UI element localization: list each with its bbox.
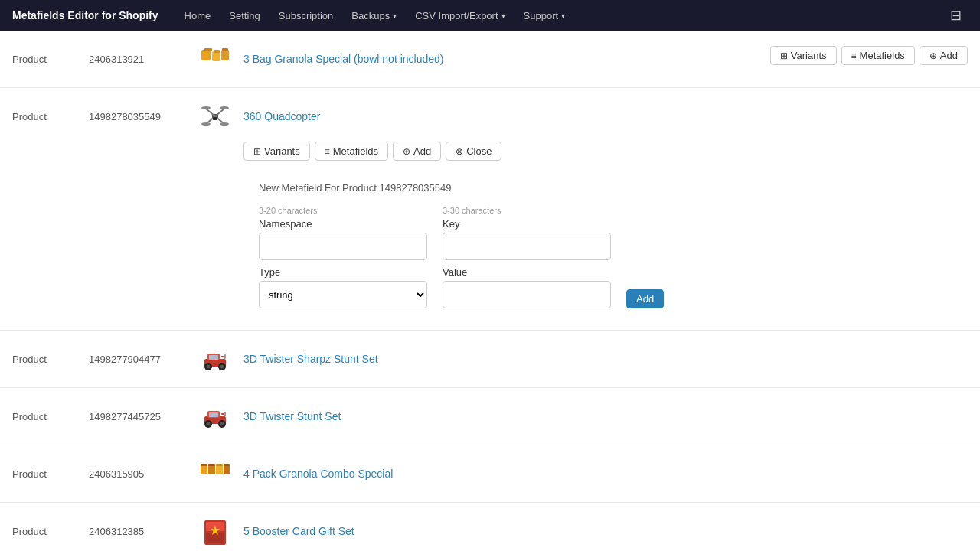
metafields-button-2[interactable]: ≡ Metafields	[315, 142, 388, 161]
collapse-button[interactable]: ⊟	[944, 4, 968, 27]
svg-rect-4	[221, 50, 229, 60]
product-id-4: 1498277445725	[89, 411, 196, 422]
key-group: 3-30 characters Key	[443, 206, 611, 260]
nav-subscription[interactable]: Subscription	[271, 5, 341, 26]
svg-point-11	[201, 106, 211, 109]
product-id-2: 1498278035549	[89, 111, 196, 122]
product-type-label-3: Product	[12, 354, 89, 365]
main-nav: Home Setting Subscription Backups ▾ CSV …	[177, 5, 926, 26]
svg-rect-5	[222, 48, 228, 51]
svg-rect-1	[204, 48, 212, 51]
product-id-3: 1498277904477	[89, 354, 196, 365]
variants-icon: ⊞	[780, 51, 788, 61]
form-add-button[interactable]: Add	[626, 289, 664, 308]
product-image-6	[196, 512, 234, 550]
product-image-3	[196, 340, 234, 378]
namespace-label: Namespace	[259, 218, 427, 230]
product-id-6: 2406312385	[89, 526, 196, 537]
product-row-main: Product 2406313921 3 Bag Granola Special…	[12, 40, 539, 78]
nav-backups[interactable]: Backups ▾	[344, 5, 404, 26]
product-name-link-5[interactable]: 4 Pack Granola Combo Special	[243, 468, 393, 480]
svg-point-31	[220, 422, 224, 426]
svg-point-22	[220, 365, 224, 369]
product-name-link[interactable]: 3 Bag Granola Special (bowl not included…	[243, 53, 444, 65]
product-row-4: Product 1498277445725 3D Twister Stunt S…	[0, 388, 980, 445]
value-label: Value	[443, 266, 611, 278]
product-row-expanded: Product 1498278035549	[0, 88, 980, 331]
nav-setting[interactable]: Setting	[221, 5, 267, 26]
key-hint: 3-30 characters	[443, 206, 611, 215]
product-name-link-4[interactable]: 3D Twister Stunt Set	[243, 410, 341, 422]
metafield-form-title: New Metafield For Product 1498278035549	[259, 182, 664, 194]
product-type-label-2: Product	[12, 111, 89, 122]
product-row-main-5: Product 2406315905 4 Pack Granola Combo …	[12, 455, 968, 493]
svg-point-12	[220, 106, 229, 109]
namespace-group: 3-20 characters Namespace	[259, 206, 427, 260]
nav-csv[interactable]: CSV Import/Export ▾	[407, 5, 512, 26]
product-row-5: Product 2406315905 4 Pack Granola Combo …	[0, 445, 980, 503]
metafield-form: New Metafield For Product 1498278035549 …	[243, 170, 679, 321]
key-input[interactable]	[443, 233, 611, 260]
product-actions-2: ⊞ Variants ≡ Metafields ⊕ Add ⊗ Close	[243, 142, 501, 161]
product-row-main-3: Product 1498277904477	[12, 340, 968, 378]
metafields-icon-2: ≡	[325, 146, 330, 157]
product-type-label: Product	[12, 54, 89, 65]
csv-dropdown-icon: ▾	[501, 11, 505, 20]
variants-button[interactable]: ⊞ Variants	[770, 46, 837, 65]
product-actions: ⊞ Variants ≡ Metafields ⊕ Add	[770, 46, 968, 65]
app-title: Metafields Editor for Shopify	[12, 9, 158, 21]
add-button[interactable]: ⊕ Add	[920, 46, 968, 65]
namespace-input[interactable]	[259, 233, 427, 260]
add-icon-2: ⊕	[403, 146, 410, 157]
nav-support[interactable]: Support ▾	[516, 5, 573, 26]
add-button-2[interactable]: ⊕ Add	[393, 142, 441, 161]
form-row-top: 3-20 characters Namespace 3-30 character…	[259, 206, 664, 260]
add-icon: ⊕	[929, 51, 937, 61]
product-row-3: Product 1498277904477	[0, 331, 980, 388]
product-name-link-6[interactable]: 5 Booster Card Gift Set	[243, 525, 354, 537]
product-image-5	[196, 455, 234, 493]
product-row-6: Product 2406312385 5 Booster Card Gift S…	[0, 503, 980, 551]
close-icon: ⊗	[456, 146, 463, 157]
main-content: Product 2406313921 3 Bag Granola Special…	[0, 31, 980, 551]
product-row: Product 2406313921 3 Bag Granola Special…	[0, 31, 980, 88]
backups-dropdown-icon: ▾	[393, 11, 397, 20]
product-type-label-5: Product	[12, 468, 89, 480]
svg-line-7	[206, 109, 215, 116]
svg-rect-3	[214, 50, 220, 53]
svg-point-20	[207, 365, 211, 369]
variants-icon-2: ⊞	[253, 146, 261, 157]
svg-rect-25	[224, 354, 226, 359]
nav-home[interactable]: Home	[177, 5, 219, 26]
svg-rect-39	[201, 464, 207, 466]
type-group: Type string integer json_string boolean	[259, 266, 427, 308]
svg-rect-32	[209, 412, 218, 417]
svg-point-13	[201, 122, 211, 126]
product-name-link-3[interactable]: 3D Twister Sharpz Stunt Set	[243, 353, 378, 365]
metafields-button[interactable]: ≡ Metafields	[841, 46, 915, 65]
svg-rect-40	[208, 464, 215, 466]
product-image-4	[196, 397, 234, 435]
product-image-2	[196, 97, 234, 135]
product-image	[196, 40, 234, 78]
product-type-label-4: Product	[12, 411, 89, 422]
namespace-hint: 3-20 characters	[259, 206, 427, 215]
product-name-link-2[interactable]: 360 Quadcopter	[243, 110, 320, 122]
variants-button-2[interactable]: ⊞ Variants	[243, 142, 310, 161]
product-row-main-2: Product 1498278035549	[12, 97, 968, 135]
svg-rect-42	[224, 464, 230, 466]
value-group: Value	[443, 266, 611, 308]
type-label: Type	[259, 266, 427, 278]
svg-line-8	[215, 109, 224, 116]
key-label: Key	[443, 218, 611, 230]
header-right: ⊟	[944, 4, 968, 27]
svg-rect-41	[216, 464, 223, 466]
svg-rect-0	[201, 50, 211, 60]
product-id-5: 2406315905	[89, 468, 196, 480]
value-input[interactable]	[443, 281, 611, 308]
type-select[interactable]: string integer json_string boolean	[259, 281, 427, 308]
product-id: 2406313921	[89, 54, 196, 65]
close-button-2[interactable]: ⊗ Close	[446, 142, 501, 161]
svg-point-29	[207, 422, 211, 426]
form-row-bottom: Type string integer json_string boolean …	[259, 266, 664, 308]
